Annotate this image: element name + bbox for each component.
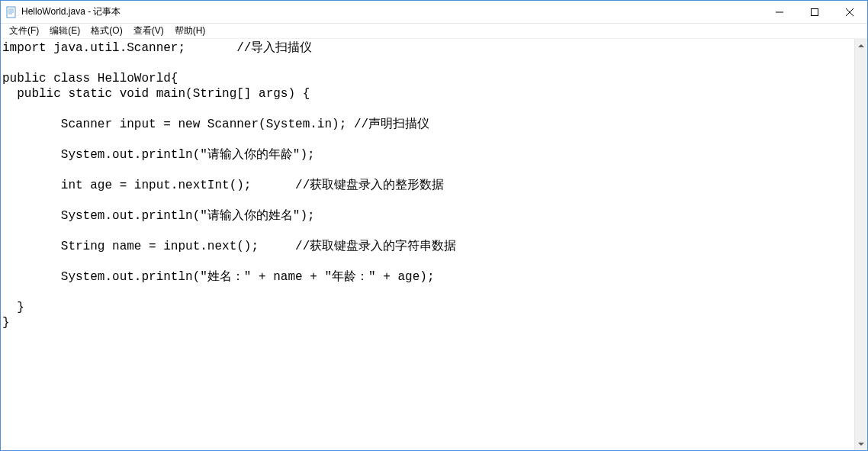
svg-marker-9 (858, 44, 864, 47)
menu-file[interactable]: 文件(F) (4, 23, 44, 39)
scroll-track[interactable] (855, 52, 867, 437)
scroll-down-arrow[interactable] (855, 437, 867, 450)
menu-format[interactable]: 格式(O) (85, 23, 127, 39)
svg-rect-6 (812, 8, 818, 15)
minimize-button[interactable] (762, 1, 797, 23)
vertical-scrollbar[interactable] (854, 39, 867, 450)
menubar: 文件(F) 编辑(E) 格式(O) 查看(V) 帮助(H) (1, 24, 867, 39)
menu-view[interactable]: 查看(V) (128, 23, 169, 39)
text-editor[interactable]: import java.util.Scanner; //导入扫描仪 public… (1, 39, 854, 450)
svg-marker-10 (858, 443, 864, 446)
notepad-icon (5, 6, 18, 18)
scroll-up-arrow[interactable] (855, 39, 867, 52)
content-area: import java.util.Scanner; //导入扫描仪 public… (1, 39, 867, 450)
titlebar: HelloWorld.java - 记事本 (1, 1, 867, 24)
menu-edit[interactable]: 编辑(E) (44, 23, 85, 39)
close-button[interactable] (832, 1, 867, 23)
window-title: HelloWorld.java - 记事本 (21, 5, 762, 18)
window-controls (762, 1, 867, 23)
menu-help[interactable]: 帮助(H) (169, 23, 211, 39)
maximize-button[interactable] (797, 1, 832, 23)
